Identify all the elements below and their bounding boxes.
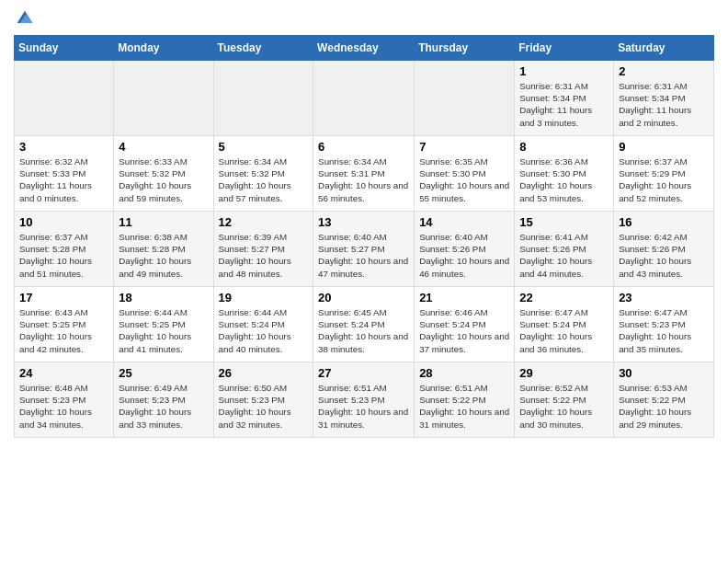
day-info: Sunrise: 6:43 AMSunset: 5:25 PMDaylight:… [19,306,108,355]
day-number: 23 [619,291,709,304]
calendar-cell: 17Sunrise: 6:43 AMSunset: 5:25 PMDayligh… [15,287,114,362]
header-day: Monday [114,36,213,61]
day-info: Sunrise: 6:36 AMSunset: 5:30 PMDaylight:… [519,155,609,204]
day-info: Sunrise: 6:49 AMSunset: 5:23 PMDaylight:… [119,382,208,431]
day-info: Sunrise: 6:33 AMSunset: 5:32 PMDaylight:… [119,155,208,204]
calendar-cell: 7Sunrise: 6:35 AMSunset: 5:30 PMDaylight… [415,136,515,212]
day-number: 2 [619,64,709,78]
day-info: Sunrise: 6:45 AMSunset: 5:24 PMDaylight:… [318,306,409,355]
day-info: Sunrise: 6:37 AMSunset: 5:29 PMDaylight:… [619,155,709,204]
day-info: Sunrise: 6:50 AMSunset: 5:23 PMDaylight:… [219,382,309,431]
day-info: Sunrise: 6:40 AMSunset: 5:26 PMDaylight:… [419,231,509,280]
day-info: Sunrise: 6:31 AMSunset: 5:34 PMDaylight:… [519,80,609,129]
calendar-week-row: 3Sunrise: 6:32 AMSunset: 5:33 PMDaylight… [15,136,714,212]
day-number: 12 [219,215,309,229]
header [14,9,714,28]
day-info: Sunrise: 6:53 AMSunset: 5:22 PMDaylight:… [619,382,709,431]
calendar-cell [213,61,313,136]
day-info: Sunrise: 6:42 AMSunset: 5:26 PMDaylight:… [619,231,709,280]
day-number: 22 [519,291,609,304]
calendar-week-row: 17Sunrise: 6:43 AMSunset: 5:25 PMDayligh… [15,287,714,362]
day-number: 18 [119,291,208,304]
calendar-cell [114,61,213,136]
day-number: 1 [519,64,609,78]
page-container: SundayMondayTuesdayWednesdayThursdayFrid… [0,0,728,447]
day-info: Sunrise: 6:52 AMSunset: 5:22 PMDaylight:… [519,382,609,431]
day-number: 14 [419,215,509,229]
day-number: 25 [119,366,208,380]
day-info: Sunrise: 6:46 AMSunset: 5:24 PMDaylight:… [419,306,509,355]
day-number: 17 [19,291,108,304]
day-info: Sunrise: 6:31 AMSunset: 5:34 PMDaylight:… [619,80,709,129]
calendar-cell: 13Sunrise: 6:40 AMSunset: 5:27 PMDayligh… [313,212,415,287]
day-number: 19 [219,291,309,304]
header-day: Thursday [415,36,515,61]
calendar-cell: 2Sunrise: 6:31 AMSunset: 5:34 PMDaylight… [614,61,714,136]
day-number: 28 [419,366,509,380]
logo [14,9,34,28]
calendar-cell: 10Sunrise: 6:37 AMSunset: 5:28 PMDayligh… [15,212,114,287]
calendar-cell: 12Sunrise: 6:39 AMSunset: 5:27 PMDayligh… [213,212,313,287]
calendar-cell: 3Sunrise: 6:32 AMSunset: 5:33 PMDaylight… [15,136,114,212]
calendar-cell: 14Sunrise: 6:40 AMSunset: 5:26 PMDayligh… [415,212,515,287]
calendar-cell: 16Sunrise: 6:42 AMSunset: 5:26 PMDayligh… [614,212,714,287]
day-number: 30 [619,366,709,380]
day-info: Sunrise: 6:32 AMSunset: 5:33 PMDaylight:… [19,155,108,204]
day-number: 8 [519,140,609,154]
calendar-week-row: 1Sunrise: 6:31 AMSunset: 5:34 PMDaylight… [15,61,714,136]
calendar-table: SundayMondayTuesdayWednesdayThursdayFrid… [14,35,714,438]
calendar-cell [15,61,114,136]
calendar-cell: 15Sunrise: 6:41 AMSunset: 5:26 PMDayligh… [515,212,614,287]
calendar-cell: 6Sunrise: 6:34 AMSunset: 5:31 PMDaylight… [313,136,415,212]
calendar-cell: 24Sunrise: 6:48 AMSunset: 5:23 PMDayligh… [15,362,114,438]
header-day: Saturday [614,36,714,61]
day-number: 13 [318,215,409,229]
calendar-cell: 20Sunrise: 6:45 AMSunset: 5:24 PMDayligh… [313,287,415,362]
day-info: Sunrise: 6:34 AMSunset: 5:31 PMDaylight:… [318,155,409,204]
day-number: 4 [119,140,208,154]
day-number: 21 [419,291,509,304]
calendar-cell: 27Sunrise: 6:51 AMSunset: 5:23 PMDayligh… [313,362,415,438]
day-info: Sunrise: 6:44 AMSunset: 5:25 PMDaylight:… [119,306,208,355]
calendar-cell: 1Sunrise: 6:31 AMSunset: 5:34 PMDaylight… [515,61,614,136]
day-info: Sunrise: 6:47 AMSunset: 5:24 PMDaylight:… [519,306,609,355]
calendar-cell: 21Sunrise: 6:46 AMSunset: 5:24 PMDayligh… [415,287,515,362]
calendar-cell: 28Sunrise: 6:51 AMSunset: 5:22 PMDayligh… [415,362,515,438]
day-number: 6 [318,140,409,154]
header-day: Friday [515,36,614,61]
header-day: Tuesday [213,36,313,61]
day-info: Sunrise: 6:35 AMSunset: 5:30 PMDaylight:… [419,155,509,204]
calendar-cell: 22Sunrise: 6:47 AMSunset: 5:24 PMDayligh… [515,287,614,362]
logo-icon [16,9,34,28]
day-info: Sunrise: 6:38 AMSunset: 5:28 PMDaylight:… [119,231,208,280]
calendar-cell: 9Sunrise: 6:37 AMSunset: 5:29 PMDaylight… [614,136,714,212]
day-number: 16 [619,215,709,229]
calendar-cell: 29Sunrise: 6:52 AMSunset: 5:22 PMDayligh… [515,362,614,438]
day-info: Sunrise: 6:37 AMSunset: 5:28 PMDaylight:… [19,231,108,280]
day-info: Sunrise: 6:51 AMSunset: 5:22 PMDaylight:… [419,382,509,431]
header-day: Wednesday [313,36,415,61]
calendar-cell [313,61,415,136]
calendar-cell: 23Sunrise: 6:47 AMSunset: 5:23 PMDayligh… [614,287,714,362]
day-number: 3 [19,140,108,154]
calendar-cell [415,61,515,136]
day-info: Sunrise: 6:40 AMSunset: 5:27 PMDaylight:… [318,231,409,280]
calendar-cell: 18Sunrise: 6:44 AMSunset: 5:25 PMDayligh… [114,287,213,362]
day-number: 26 [219,366,309,380]
calendar-cell: 19Sunrise: 6:44 AMSunset: 5:24 PMDayligh… [213,287,313,362]
calendar-week-row: 24Sunrise: 6:48 AMSunset: 5:23 PMDayligh… [15,362,714,438]
day-number: 9 [619,140,709,154]
calendar-cell: 11Sunrise: 6:38 AMSunset: 5:28 PMDayligh… [114,212,213,287]
day-number: 29 [519,366,609,380]
day-info: Sunrise: 6:41 AMSunset: 5:26 PMDaylight:… [519,231,609,280]
header-day: Sunday [15,36,114,61]
header-row: SundayMondayTuesdayWednesdayThursdayFrid… [15,36,714,61]
day-number: 15 [519,215,609,229]
day-number: 20 [318,291,409,304]
day-info: Sunrise: 6:47 AMSunset: 5:23 PMDaylight:… [619,306,709,355]
day-info: Sunrise: 6:39 AMSunset: 5:27 PMDaylight:… [219,231,309,280]
day-info: Sunrise: 6:34 AMSunset: 5:32 PMDaylight:… [219,155,309,204]
day-info: Sunrise: 6:48 AMSunset: 5:23 PMDaylight:… [19,382,108,431]
day-number: 24 [19,366,108,380]
calendar-cell: 4Sunrise: 6:33 AMSunset: 5:32 PMDaylight… [114,136,213,212]
